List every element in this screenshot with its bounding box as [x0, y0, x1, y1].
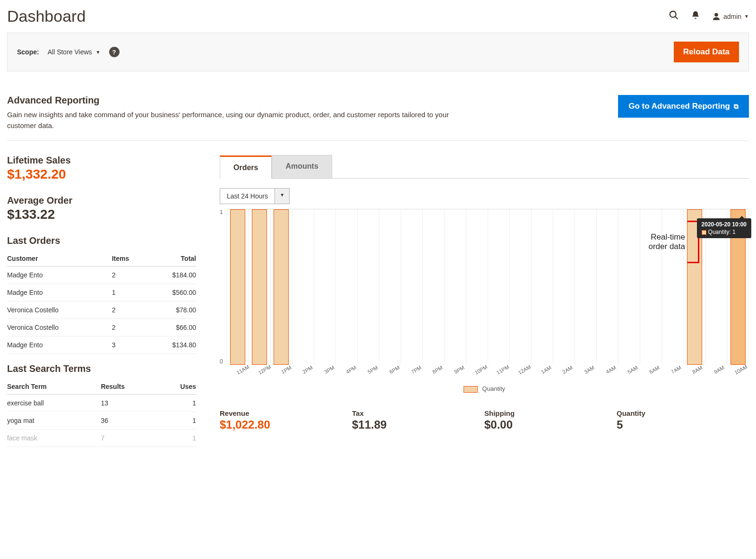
chevron-down-icon: ▼ — [96, 50, 101, 55]
cell-customer: Veronica Costello — [7, 301, 103, 319]
chart-tooltip: 2020-05-20 10:00 Quantity: 1 — [697, 218, 751, 238]
quantity-label: Quantity — [617, 409, 749, 417]
svg-line-1 — [675, 17, 678, 19]
cell-uses: 1 — [163, 412, 196, 430]
cell-total: $184.00 — [152, 267, 196, 284]
cell-results: 13 — [91, 395, 162, 412]
tooltip-swatch — [702, 230, 706, 235]
external-link-icon: ⧉ — [734, 103, 739, 111]
search-terms-title: Last Search Terms — [7, 363, 196, 374]
help-icon[interactable]: ? — [109, 47, 120, 57]
shipping-label: Shipping — [484, 409, 617, 417]
tab-amounts[interactable]: Amounts — [272, 155, 332, 178]
table-row[interactable]: Madge Ento1$560.00 — [7, 284, 196, 301]
scope-label: Scope: — [17, 48, 39, 56]
admin-user-label: admin — [723, 13, 741, 20]
average-order-label: Average Order — [7, 195, 196, 206]
cell-items: 2 — [103, 267, 152, 284]
advanced-reporting-title: Advanced Reporting — [7, 95, 480, 106]
tax-label: Tax — [352, 409, 484, 417]
search-terms-table: Search Term Results Uses exercise ball13… — [7, 379, 196, 447]
col-customer: Customer — [7, 251, 103, 267]
average-order-value: $133.22 — [7, 207, 196, 222]
cell-uses: 1 — [163, 395, 196, 412]
page-title: Dashboard — [7, 7, 86, 26]
scope-select[interactable]: All Store Views ▼ — [48, 48, 101, 56]
reload-data-button[interactable]: Reload Data — [674, 42, 739, 62]
cell-total: $134.80 — [152, 336, 196, 354]
table-row[interactable]: face mask71 — [7, 430, 196, 447]
col-term: Search Term — [7, 379, 91, 395]
tax-value: $11.89 — [352, 418, 484, 431]
lifetime-sales-label: Lifetime Sales — [7, 155, 196, 166]
advanced-reporting-section: Advanced Reporting Gain new insights and… — [7, 86, 749, 141]
legend-swatch — [464, 386, 478, 393]
table-row[interactable]: exercise ball131 — [7, 395, 196, 412]
cell-items: 2 — [103, 301, 152, 319]
revenue-label: Revenue — [220, 409, 352, 417]
user-icon — [712, 12, 721, 21]
shipping-value: $0.00 — [484, 418, 617, 431]
last-orders-table: Customer Items Total Madge Ento2$184.00M… — [7, 251, 196, 354]
chart-bar[interactable] — [230, 209, 245, 365]
cell-total: $560.00 — [152, 284, 196, 301]
col-uses: Uses — [163, 379, 196, 395]
cell-uses: 1 — [163, 430, 196, 447]
table-row[interactable]: Veronica Costello2$78.00 — [7, 301, 196, 319]
col-results: Results — [91, 379, 162, 395]
notifications-icon[interactable] — [691, 10, 700, 22]
quantity-value: 5 — [617, 418, 749, 431]
last-orders-title: Last Orders — [7, 235, 196, 246]
legend-label: Quantity — [482, 385, 505, 392]
tooltip-value: Quantity: 1 — [708, 229, 736, 235]
revenue-value: $1,022.80 — [220, 418, 352, 431]
chart-bar[interactable] — [252, 209, 267, 365]
cell-customer: Madge Ento — [7, 284, 103, 301]
chart-bar[interactable] — [274, 209, 289, 365]
chevron-down-icon: ▼ — [744, 14, 749, 19]
advanced-reporting-button-label: Go to Advanced Reporting — [628, 102, 730, 111]
lifetime-sales-value: $1,332.20 — [7, 167, 196, 182]
table-row[interactable]: Madge Ento2$184.00 — [7, 267, 196, 284]
search-icon[interactable] — [669, 10, 679, 23]
cell-items: 2 — [103, 319, 152, 336]
tab-orders[interactable]: Orders — [220, 155, 272, 179]
cell-results: 36 — [91, 412, 162, 430]
y-tick: 0 — [220, 358, 223, 365]
cell-term: exercise ball — [7, 395, 91, 412]
table-row[interactable]: yoga mat361 — [7, 412, 196, 430]
chevron-down-icon[interactable]: ▼ — [275, 188, 290, 204]
cell-items: 3 — [103, 336, 152, 354]
scope-bar: Scope: All Store Views ▼ ? Reload Data — [7, 33, 749, 71]
advanced-reporting-desc: Gain new insights and take command of yo… — [7, 110, 480, 131]
col-items: Items — [103, 251, 152, 267]
y-tick: 1 — [220, 209, 223, 215]
svg-point-0 — [670, 11, 676, 17]
scope-value: All Store Views — [48, 48, 92, 56]
table-row[interactable]: Madge Ento3$134.80 — [7, 336, 196, 354]
advanced-reporting-button[interactable]: Go to Advanced Reporting ⧉ — [618, 95, 749, 118]
admin-user-menu[interactable]: admin ▼ — [712, 12, 749, 21]
cell-customer: Madge Ento — [7, 267, 103, 284]
cell-customer: Veronica Costello — [7, 319, 103, 336]
cell-results: 7 — [91, 430, 162, 447]
cell-total: $66.00 — [152, 319, 196, 336]
col-total: Total — [152, 251, 196, 267]
period-select[interactable]: Last 24 Hours — [220, 188, 275, 204]
cell-items: 1 — [103, 284, 152, 301]
cell-term: face mask — [7, 430, 91, 447]
tooltip-date: 2020-05-20 10:00 — [702, 221, 747, 228]
cell-total: $78.00 — [152, 301, 196, 319]
cell-term: yoga mat — [7, 412, 91, 430]
orders-chart: 1 0 11AM12PM1PM2PM3PM4PM5PM6PM7PM8PM9PM1… — [220, 209, 749, 393]
cell-customer: Madge Ento — [7, 336, 103, 354]
table-row[interactable]: Veronica Costello2$66.00 — [7, 319, 196, 336]
